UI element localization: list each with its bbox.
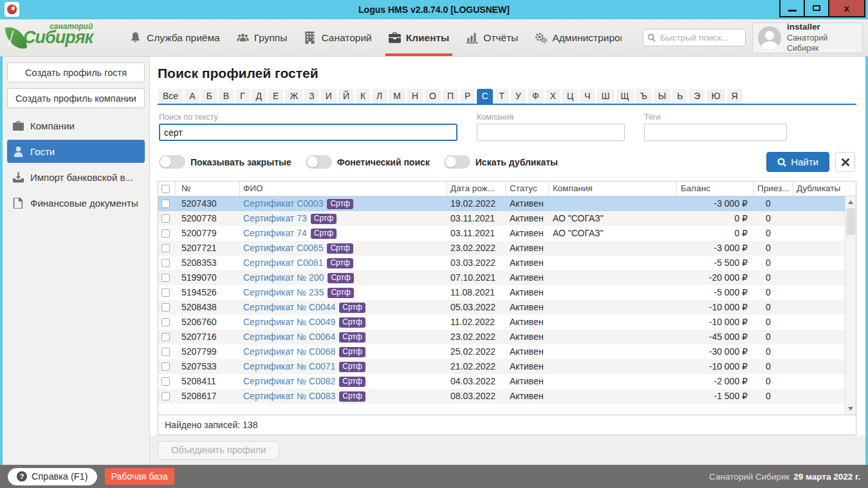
alphabet-tab[interactable]: И xyxy=(321,89,337,104)
alphabet-tab[interactable]: Все xyxy=(158,89,183,104)
tags-filter-input[interactable] xyxy=(644,124,787,141)
nav-item-reception[interactable]: Служба приёма xyxy=(121,19,228,56)
user-panel[interactable]: installer Санаторий Сибиряк xyxy=(752,23,863,53)
table-row[interactable]: 5199070Сертификат № 200Сртф07.10.2021Акт… xyxy=(158,270,845,285)
scrollbar-thumb[interactable] xyxy=(847,208,855,235)
row-checkbox[interactable] xyxy=(162,392,170,400)
alphabet-tab[interactable]: О xyxy=(425,89,441,104)
alphabet-tab[interactable]: П xyxy=(443,89,458,104)
column-header-arrivals[interactable]: Приез... xyxy=(754,182,793,196)
alphabet-tab[interactable]: В xyxy=(219,89,234,104)
guest-profile-link[interactable]: Сертификат № C0082 xyxy=(243,376,335,386)
sidebar-item-companies[interactable]: Компании xyxy=(7,114,145,137)
row-checkbox[interactable] xyxy=(162,362,170,371)
alphabet-tab[interactable]: Д xyxy=(252,89,266,104)
text-search-input[interactable] xyxy=(159,124,457,141)
nav-item-administration[interactable]: Администрирова xyxy=(526,19,622,56)
column-header-birthdate[interactable]: Дата рож... xyxy=(447,182,506,196)
alphabet-tab[interactable]: Е xyxy=(268,89,283,104)
alphabet-tab[interactable]: З xyxy=(304,89,319,104)
row-checkbox[interactable] xyxy=(162,274,170,282)
alphabet-tab[interactable]: Я xyxy=(727,89,743,104)
guest-profile-link[interactable]: Сертификат № C0049 xyxy=(243,317,335,327)
column-header-balance[interactable]: Баланс xyxy=(677,182,754,196)
alphabet-tab[interactable]: Б xyxy=(201,89,216,104)
table-row[interactable]: 5206760Сертификат № C0049Сртф11.02.2022А… xyxy=(158,315,845,330)
find-duplicates-toggle[interactable] xyxy=(444,155,470,169)
alphabet-tab[interactable]: Ж xyxy=(285,89,302,104)
alphabet-tab[interactable]: Г xyxy=(235,89,250,104)
guest-profile-link[interactable]: Сертификат № C0064 xyxy=(243,332,335,342)
alphabet-tab[interactable]: Ч xyxy=(580,89,595,104)
create-company-profile-button[interactable]: Создать профиль компании xyxy=(7,88,145,108)
select-all-checkbox[interactable] xyxy=(162,185,170,193)
alphabet-tab[interactable]: Т xyxy=(495,89,510,104)
row-checkbox[interactable] xyxy=(162,244,170,252)
table-row[interactable]: 5207533Сертификат № C0071Сртф21.02.2022А… xyxy=(158,359,845,374)
nav-item-reports[interactable]: Отчёты xyxy=(457,19,526,56)
table-row[interactable]: 5200778Сертификат 73Сртф03.11.2021Активе… xyxy=(158,211,845,226)
guest-profile-link[interactable]: Сертификат № 235 xyxy=(243,287,324,297)
column-header-company[interactable]: Компания xyxy=(549,182,677,196)
alphabet-tab[interactable]: Ш xyxy=(597,89,614,104)
table-row[interactable]: 5207799Сертификат № C0068Сртф25.02.2022А… xyxy=(158,344,845,359)
table-row[interactable]: 5200779Сертификат 74Сртф03.11.2021Активе… xyxy=(158,226,845,241)
guest-profile-link[interactable]: Сертификат C0081 xyxy=(243,258,323,268)
nav-item-sanatorium[interactable]: Санаторий xyxy=(295,19,380,56)
alphabet-tab[interactable]: А xyxy=(185,89,199,104)
alphabet-tab[interactable]: У xyxy=(511,89,526,104)
alphabet-tab[interactable]: Щ xyxy=(616,89,634,104)
column-header-duplicates[interactable]: Дубликаты xyxy=(793,182,845,196)
table-row[interactable]: 5208353Сертификат C0081Сртф03.03.2022Акт… xyxy=(158,256,845,270)
alphabet-tab[interactable]: Х xyxy=(546,89,560,104)
guest-profile-link[interactable]: Сертификат № C0071 xyxy=(243,361,335,371)
alphabet-tab[interactable]: М xyxy=(389,89,405,104)
table-row[interactable]: 5207430Сертификат C0003Сртф19.02.2022Акт… xyxy=(158,196,845,211)
alphabet-tab[interactable]: Р xyxy=(460,89,475,104)
sidebar-item-financial-documents[interactable]: Финансовые документы xyxy=(7,191,145,214)
alphabet-tab[interactable]: Ц xyxy=(562,89,578,104)
alphabet-tab[interactable]: Ъ xyxy=(636,89,652,104)
table-row[interactable]: 5194526Сертификат № 235Сртф11.08.2021Акт… xyxy=(158,285,845,300)
alphabet-tab[interactable]: Л xyxy=(372,89,387,104)
row-checkbox[interactable] xyxy=(162,348,170,356)
row-checkbox[interactable] xyxy=(162,318,170,326)
row-checkbox[interactable] xyxy=(162,288,170,297)
phonetic-search-toggle[interactable] xyxy=(306,155,332,169)
find-button[interactable]: Найти xyxy=(766,152,829,172)
guest-profile-link[interactable]: Сертификат C0065 xyxy=(243,243,323,253)
guest-profile-link[interactable]: Сертификат C0003 xyxy=(243,198,323,209)
row-checkbox[interactable] xyxy=(162,214,170,223)
guest-profile-link[interactable]: Сертификат № C0044 xyxy=(243,302,335,312)
maximize-button[interactable] xyxy=(804,0,829,17)
row-checkbox[interactable] xyxy=(162,259,170,267)
nav-item-groups[interactable]: Группы xyxy=(228,19,296,56)
row-checkbox[interactable] xyxy=(162,333,170,341)
row-checkbox[interactable] xyxy=(162,200,170,208)
close-button[interactable]: x xyxy=(828,0,865,17)
table-row[interactable]: 5207721Сертификат C0065Сртф23.02.2022Акт… xyxy=(158,241,845,256)
table-row[interactable]: 5207716Сертификат № C0064Сртф23.02.2022А… xyxy=(158,330,845,344)
merge-profiles-button[interactable]: Объединить профили xyxy=(158,441,279,460)
alphabet-tab[interactable]: К xyxy=(356,89,370,104)
sidebar-item-guests[interactable]: Гости xyxy=(7,140,145,163)
alphabet-tab[interactable]: С xyxy=(477,89,492,104)
sidebar-item-bank-import[interactable]: Импорт банковской в... xyxy=(7,165,145,189)
help-button[interactable]: ? Справка (F1) xyxy=(8,468,97,485)
scroll-up-icon[interactable] xyxy=(848,200,853,204)
guest-profile-link[interactable]: Сертификат 73 xyxy=(243,213,307,223)
scroll-down-icon[interactable] xyxy=(848,407,853,411)
alphabet-tab[interactable]: Ь xyxy=(672,89,687,104)
alphabet-tab[interactable]: Ф xyxy=(528,89,544,104)
table-row[interactable]: 5208617Сертификат № C0083Сртф08.03.2022А… xyxy=(158,389,845,404)
nav-item-clients[interactable]: Клиенты xyxy=(380,19,458,56)
guest-profile-link[interactable]: Сертификат № 200 xyxy=(243,272,324,283)
company-filter-input[interactable] xyxy=(477,124,625,141)
alphabet-tab[interactable]: Ы xyxy=(654,89,670,104)
guest-profile-link[interactable]: Сертификат № C0083 xyxy=(243,391,335,401)
show-closed-toggle[interactable] xyxy=(159,155,185,169)
vertical-scrollbar[interactable] xyxy=(845,196,856,415)
alphabet-tab[interactable]: Н xyxy=(407,89,423,104)
alphabet-tab[interactable]: Э xyxy=(689,89,705,104)
row-checkbox[interactable] xyxy=(162,229,170,238)
